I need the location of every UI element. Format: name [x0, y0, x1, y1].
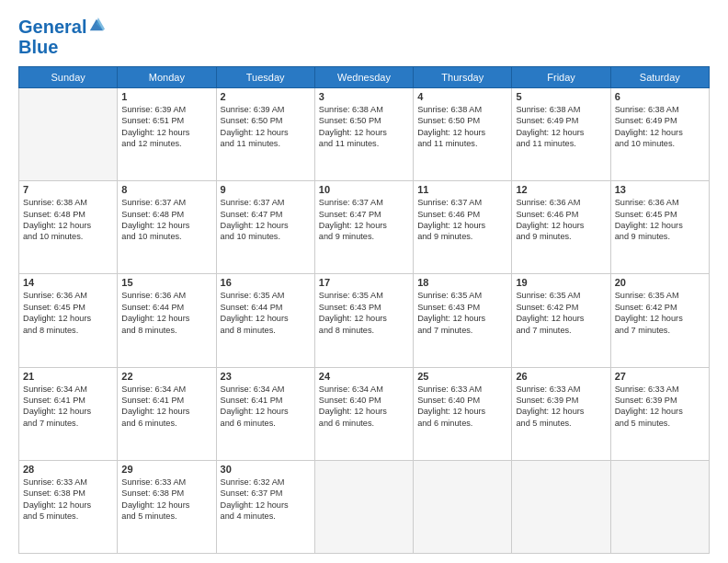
calendar-cell: 20Sunrise: 6:35 AM Sunset: 6:42 PM Dayli…: [610, 274, 709, 367]
calendar-cell: 9Sunrise: 6:37 AM Sunset: 6:47 PM Daylig…: [216, 181, 314, 274]
day-number: 11: [417, 184, 507, 195]
cell-daylight-info: Sunrise: 6:37 AM Sunset: 6:47 PM Dayligh…: [319, 197, 409, 243]
calendar-cell: 21Sunrise: 6:34 AM Sunset: 6:41 PM Dayli…: [19, 367, 118, 460]
cell-daylight-info: Sunrise: 6:33 AM Sunset: 6:38 PM Dayligh…: [23, 477, 113, 523]
day-number: 5: [516, 91, 606, 102]
logo-text-line1: General: [18, 17, 86, 37]
cell-daylight-info: Sunrise: 6:34 AM Sunset: 6:41 PM Dayligh…: [121, 384, 211, 430]
calendar-cell: 26Sunrise: 6:33 AM Sunset: 6:39 PM Dayli…: [512, 367, 610, 460]
day-number: 2: [221, 91, 311, 102]
calendar-table: SundayMondayTuesdayWednesdayThursdayFrid…: [18, 66, 710, 554]
calendar-cell: 7Sunrise: 6:38 AM Sunset: 6:48 PM Daylig…: [19, 181, 118, 274]
calendar-cell: 10Sunrise: 6:37 AM Sunset: 6:47 PM Dayli…: [314, 181, 413, 274]
day-number: 7: [23, 184, 113, 195]
calendar-cell: [314, 460, 413, 553]
cell-daylight-info: Sunrise: 6:36 AM Sunset: 6:44 PM Dayligh…: [121, 290, 211, 336]
day-of-week-header: Sunday: [19, 67, 118, 88]
cell-daylight-info: Sunrise: 6:38 AM Sunset: 6:48 PM Dayligh…: [23, 197, 113, 243]
day-number: 23: [221, 371, 311, 382]
calendar-cell: 25Sunrise: 6:33 AM Sunset: 6:40 PM Dayli…: [414, 367, 512, 460]
cell-daylight-info: Sunrise: 6:39 AM Sunset: 6:50 PM Dayligh…: [221, 104, 311, 150]
calendar-cell: 14Sunrise: 6:36 AM Sunset: 6:45 PM Dayli…: [19, 274, 118, 367]
calendar-cell: 19Sunrise: 6:35 AM Sunset: 6:42 PM Dayli…: [512, 274, 610, 367]
day-number: 8: [121, 184, 211, 195]
header: General Blue: [18, 17, 710, 57]
cell-daylight-info: Sunrise: 6:38 AM Sunset: 6:50 PM Dayligh…: [417, 104, 507, 150]
cell-daylight-info: Sunrise: 6:35 AM Sunset: 6:44 PM Dayligh…: [221, 290, 311, 336]
cell-daylight-info: Sunrise: 6:38 AM Sunset: 6:49 PM Dayligh…: [516, 104, 606, 150]
day-number: 14: [23, 277, 113, 288]
day-number: 15: [121, 277, 211, 288]
cell-daylight-info: Sunrise: 6:37 AM Sunset: 6:46 PM Dayligh…: [417, 197, 507, 243]
logo: General Blue: [18, 17, 105, 57]
calendar-cell: 11Sunrise: 6:37 AM Sunset: 6:46 PM Dayli…: [414, 181, 512, 274]
cell-daylight-info: Sunrise: 6:34 AM Sunset: 6:41 PM Dayligh…: [221, 384, 311, 430]
calendar-cell: 8Sunrise: 6:37 AM Sunset: 6:48 PM Daylig…: [118, 181, 216, 274]
day-number: 16: [221, 277, 311, 288]
calendar-cell: 4Sunrise: 6:38 AM Sunset: 6:50 PM Daylig…: [414, 88, 512, 181]
cell-daylight-info: Sunrise: 6:36 AM Sunset: 6:45 PM Dayligh…: [615, 197, 705, 243]
day-of-week-header: Friday: [512, 67, 610, 88]
calendar-cell: [414, 460, 512, 553]
day-number: 18: [417, 277, 507, 288]
calendar-cell: 16Sunrise: 6:35 AM Sunset: 6:44 PM Dayli…: [216, 274, 314, 367]
cell-daylight-info: Sunrise: 6:35 AM Sunset: 6:43 PM Dayligh…: [417, 290, 507, 336]
calendar-week-row: 1Sunrise: 6:39 AM Sunset: 6:51 PM Daylig…: [19, 88, 710, 181]
day-number: 27: [615, 371, 705, 382]
cell-daylight-info: Sunrise: 6:37 AM Sunset: 6:48 PM Dayligh…: [121, 197, 211, 243]
day-number: 1: [121, 91, 211, 102]
calendar-week-row: 7Sunrise: 6:38 AM Sunset: 6:48 PM Daylig…: [19, 181, 710, 274]
day-number: 25: [417, 371, 507, 382]
cell-daylight-info: Sunrise: 6:36 AM Sunset: 6:45 PM Dayligh…: [23, 290, 113, 336]
day-number: 22: [121, 371, 211, 382]
cell-daylight-info: Sunrise: 6:34 AM Sunset: 6:41 PM Dayligh…: [23, 384, 113, 430]
day-of-week-header: Monday: [118, 67, 216, 88]
cell-daylight-info: Sunrise: 6:34 AM Sunset: 6:40 PM Dayligh…: [319, 384, 409, 430]
day-number: 13: [615, 184, 705, 195]
calendar-cell: 12Sunrise: 6:36 AM Sunset: 6:46 PM Dayli…: [512, 181, 610, 274]
day-number: 9: [221, 184, 311, 195]
calendar-cell: 24Sunrise: 6:34 AM Sunset: 6:40 PM Dayli…: [314, 367, 413, 460]
calendar-cell: [19, 88, 118, 181]
day-of-week-header: Wednesday: [314, 67, 413, 88]
day-number: 24: [319, 371, 409, 382]
cell-daylight-info: Sunrise: 6:33 AM Sunset: 6:39 PM Dayligh…: [516, 384, 606, 430]
cell-daylight-info: Sunrise: 6:36 AM Sunset: 6:46 PM Dayligh…: [516, 197, 606, 243]
cell-daylight-info: Sunrise: 6:35 AM Sunset: 6:42 PM Dayligh…: [516, 290, 606, 336]
day-number: 3: [319, 91, 409, 102]
day-number: 21: [23, 371, 113, 382]
calendar-week-row: 14Sunrise: 6:36 AM Sunset: 6:45 PM Dayli…: [19, 274, 710, 367]
calendar-cell: [610, 460, 709, 553]
calendar-cell: 17Sunrise: 6:35 AM Sunset: 6:43 PM Dayli…: [314, 274, 413, 367]
calendar-cell: 18Sunrise: 6:35 AM Sunset: 6:43 PM Dayli…: [414, 274, 512, 367]
logo-text-line2: Blue: [18, 37, 105, 57]
cell-daylight-info: Sunrise: 6:33 AM Sunset: 6:38 PM Dayligh…: [121, 477, 211, 523]
calendar-cell: 1Sunrise: 6:39 AM Sunset: 6:51 PM Daylig…: [118, 88, 216, 181]
day-of-week-header: Saturday: [610, 67, 709, 88]
calendar-cell: 23Sunrise: 6:34 AM Sunset: 6:41 PM Dayli…: [216, 367, 314, 460]
day-number: 28: [23, 464, 113, 475]
cell-daylight-info: Sunrise: 6:38 AM Sunset: 6:50 PM Dayligh…: [319, 104, 409, 150]
cell-daylight-info: Sunrise: 6:37 AM Sunset: 6:47 PM Dayligh…: [221, 197, 311, 243]
day-number: 29: [121, 464, 211, 475]
cell-daylight-info: Sunrise: 6:33 AM Sunset: 6:39 PM Dayligh…: [615, 384, 705, 430]
day-number: 10: [319, 184, 409, 195]
cell-daylight-info: Sunrise: 6:39 AM Sunset: 6:51 PM Dayligh…: [121, 104, 211, 150]
calendar-cell: 2Sunrise: 6:39 AM Sunset: 6:50 PM Daylig…: [216, 88, 314, 181]
calendar-cell: 15Sunrise: 6:36 AM Sunset: 6:44 PM Dayli…: [118, 274, 216, 367]
day-number: 17: [319, 277, 409, 288]
calendar-cell: 28Sunrise: 6:33 AM Sunset: 6:38 PM Dayli…: [19, 460, 118, 553]
day-number: 6: [615, 91, 705, 102]
calendar-cell: 13Sunrise: 6:36 AM Sunset: 6:45 PM Dayli…: [610, 181, 709, 274]
day-of-week-header: Tuesday: [216, 67, 314, 88]
day-number: 4: [417, 91, 507, 102]
calendar-cell: 22Sunrise: 6:34 AM Sunset: 6:41 PM Dayli…: [118, 367, 216, 460]
day-number: 19: [516, 277, 606, 288]
calendar-cell: [512, 460, 610, 553]
day-number: 26: [516, 371, 606, 382]
calendar-cell: 6Sunrise: 6:38 AM Sunset: 6:49 PM Daylig…: [610, 88, 709, 181]
cell-daylight-info: Sunrise: 6:32 AM Sunset: 6:37 PM Dayligh…: [221, 477, 311, 523]
calendar-cell: 29Sunrise: 6:33 AM Sunset: 6:38 PM Dayli…: [118, 460, 216, 553]
calendar-cell: 3Sunrise: 6:38 AM Sunset: 6:50 PM Daylig…: [314, 88, 413, 181]
cell-daylight-info: Sunrise: 6:35 AM Sunset: 6:42 PM Dayligh…: [615, 290, 705, 336]
